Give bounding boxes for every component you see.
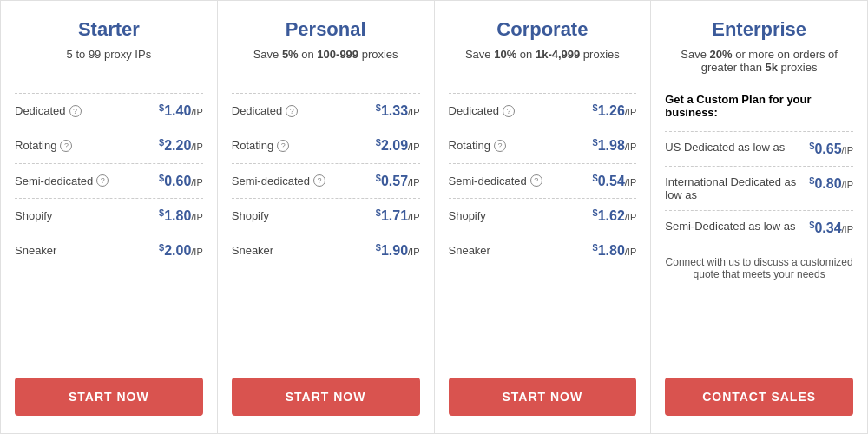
- info-icon-rotating[interactable]: ?: [60, 140, 72, 152]
- info-icon-dedicated[interactable]: ?: [69, 105, 82, 117]
- enterprise-price-us: US Dedicated as low as $0.65/IP: [665, 131, 853, 166]
- price-rotating-p: $2.09/IP: [376, 137, 420, 154]
- price-row-rotating: Rotating ? $2.20/IP: [15, 128, 203, 162]
- row-label-dedicated-c: Dedicated ?: [449, 104, 516, 117]
- row-label-semi-p: Semi-dedicated ?: [232, 174, 326, 187]
- ent-price-intl: $0.80/IP: [809, 175, 853, 192]
- enterprise-price-intl: International Dedicated as low as $0.80/…: [665, 166, 853, 210]
- price-row-dedicated-c: Dedicated ? $1.26/IP: [449, 93, 637, 128]
- price-row-semi-p: Semi-dedicated ? $0.57/IP: [232, 163, 420, 198]
- plan-subtitle-personal: Save 5% on 100-999 proxies: [232, 48, 420, 79]
- enterprise-price-semi: Semi-Dedicated as low as $0.34/IP: [665, 210, 853, 245]
- price-row-sneaker-p: Sneaker $1.90/IP: [232, 233, 420, 267]
- info-icon-rotating-c[interactable]: ?: [494, 140, 506, 152]
- row-label-shopify: Shopify: [15, 209, 52, 222]
- price-sneaker: $2.00/IP: [159, 242, 203, 259]
- price-rotating-c: $1.98/IP: [593, 137, 637, 154]
- price-row-shopify: Shopify $1.80/IP: [15, 198, 203, 233]
- row-label-semi: Semi-dedicated ?: [15, 174, 108, 187]
- connect-text: Connect with us to discuss a customized …: [665, 256, 853, 280]
- row-label-shopify-c: Shopify: [449, 209, 486, 222]
- info-icon-dedicated-p[interactable]: ?: [286, 105, 298, 117]
- ent-price-us: $0.65/IP: [809, 141, 853, 157]
- plan-subtitle-enterprise: Save 20% or more on orders of greater th…: [665, 48, 853, 79]
- ent-label-semi: Semi-Dedicated as low as: [665, 220, 809, 233]
- row-label-shopify-p: Shopify: [232, 209, 269, 222]
- info-icon-semi-p[interactable]: ?: [313, 174, 326, 187]
- row-label-semi-c: Semi-dedicated ?: [449, 174, 542, 187]
- price-shopify-p: $1.71/IP: [376, 207, 420, 224]
- plan-starter: Starter 5 to 99 proxy IPs Dedicated ? $1…: [1, 1, 218, 433]
- price-semi-p: $0.57/IP: [376, 173, 420, 189]
- start-now-button-corporate[interactable]: START NOW: [449, 378, 637, 416]
- plan-enterprise: Enterprise Save 20% or more on orders of…: [651, 1, 867, 433]
- plan-title-starter: Starter: [15, 18, 203, 41]
- ent-label-intl: International Dedicated as low as: [665, 175, 809, 201]
- price-semi: $0.60/IP: [159, 173, 203, 189]
- price-row-shopify-c: Shopify $1.62/IP: [449, 198, 637, 233]
- price-row-semi-c: Semi-dedicated ? $0.54/IP: [449, 163, 637, 198]
- price-semi-c: $0.54/IP: [593, 173, 637, 189]
- row-label-rotating: Rotating ?: [15, 139, 72, 152]
- start-now-button-personal[interactable]: START NOW: [232, 378, 420, 416]
- ent-label-us: US Dedicated as low as: [665, 141, 809, 154]
- contact-sales-button[interactable]: CONTACT SALES: [665, 378, 853, 416]
- price-row-semi: Semi-dedicated ? $0.60/IP: [15, 163, 203, 198]
- row-label-dedicated: Dedicated ?: [15, 104, 82, 117]
- subtitle-text: 5 to 99 proxy IPs: [67, 48, 152, 61]
- plan-subtitle-starter: 5 to 99 proxy IPs: [15, 48, 203, 79]
- plan-title-corporate: Corporate: [449, 18, 637, 41]
- price-rotating: $2.20/IP: [159, 137, 203, 154]
- row-label-rotating-c: Rotating ?: [449, 139, 506, 152]
- info-icon-semi-c[interactable]: ?: [530, 174, 542, 187]
- price-shopify: $1.80/IP: [159, 207, 203, 224]
- price-dedicated: $1.40/IP: [159, 102, 203, 119]
- row-label-sneaker-p: Sneaker: [232, 244, 273, 257]
- price-row-rotating-p: Rotating ? $2.09/IP: [232, 128, 420, 162]
- plan-title-personal: Personal: [232, 18, 420, 41]
- price-row-sneaker-c: Sneaker $1.80/IP: [449, 233, 637, 267]
- plan-personal: Personal Save 5% on 100-999 proxies Dedi…: [218, 1, 435, 433]
- price-dedicated-c: $1.26/IP: [593, 102, 637, 119]
- info-icon-semi[interactable]: ?: [96, 174, 108, 187]
- price-sneaker-p: $1.90/IP: [376, 242, 420, 259]
- row-label-rotating-p: Rotating ?: [232, 139, 289, 152]
- enterprise-custom-plan: Get a Custom Plan for your business:: [665, 93, 853, 122]
- custom-plan-label: Get a Custom Plan for your business:: [665, 93, 811, 119]
- row-label-dedicated-p: Dedicated ?: [232, 104, 299, 117]
- row-label-sneaker: Sneaker: [15, 244, 56, 257]
- price-shopify-c: $1.62/IP: [593, 207, 637, 224]
- plan-subtitle-corporate: Save 10% on 1k-4,999 proxies: [449, 48, 637, 79]
- plan-title-enterprise: Enterprise: [665, 18, 853, 41]
- ent-price-semi: $0.34/IP: [809, 220, 853, 236]
- price-sneaker-c: $1.80/IP: [593, 242, 637, 259]
- price-row-shopify-p: Shopify $1.71/IP: [232, 198, 420, 233]
- price-row-sneaker: Sneaker $2.00/IP: [15, 233, 203, 267]
- row-label-sneaker-c: Sneaker: [449, 244, 490, 257]
- start-now-button-starter[interactable]: START NOW: [15, 378, 203, 416]
- pricing-container: Starter 5 to 99 proxy IPs Dedicated ? $1…: [0, 0, 868, 434]
- info-icon-dedicated-c[interactable]: ?: [503, 105, 515, 117]
- info-icon-rotating-p[interactable]: ?: [277, 140, 289, 152]
- price-row-dedicated: Dedicated ? $1.40/IP: [15, 93, 203, 128]
- price-row-rotating-c: Rotating ? $1.98/IP: [449, 128, 637, 162]
- price-row-dedicated-p: Dedicated ? $1.33/IP: [232, 93, 420, 128]
- plan-corporate: Corporate Save 10% on 1k-4,999 proxies D…: [435, 1, 652, 433]
- price-dedicated-p: $1.33/IP: [376, 102, 420, 119]
